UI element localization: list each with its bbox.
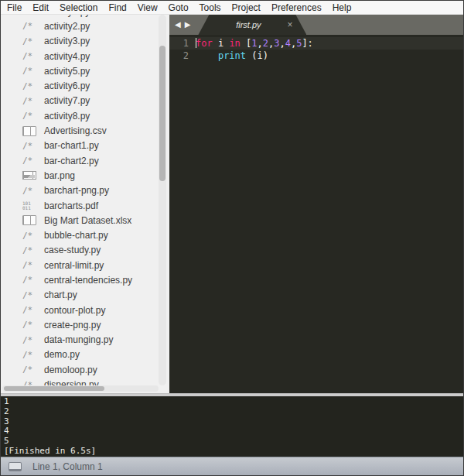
- file-row-bubble-chart-py[interactable]: /*bubble-chart.py: [22, 228, 169, 242]
- sidebar-vertical-scrollbar[interactable]: [159, 15, 166, 385]
- file-row-barchart-png-py[interactable]: /*barchart-png.py: [22, 183, 169, 198]
- menu-item-edit[interactable]: Edit: [27, 2, 54, 14]
- sidebar-vertical-scrollbar-thumb[interactable]: [159, 46, 165, 181]
- file-name-label: activity6.py: [44, 80, 90, 91]
- python-file-icon: /*: [22, 320, 36, 330]
- file-row-bar-png[interactable]: bar.png: [22, 168, 169, 183]
- file-row-barcharts-pdf[interactable]: 101 011barcharts.pdf: [22, 198, 169, 213]
- sidebar-horizontal-scrollbar-thumb[interactable]: [4, 386, 104, 391]
- line-number: 1: [169, 37, 196, 50]
- python-file-icon: /*: [22, 186, 36, 196]
- python-file-icon: /*: [22, 245, 36, 255]
- code-text: for i in [1,2,3,4,5]:: [196, 37, 313, 50]
- code-token: 2: [263, 38, 268, 49]
- code-token: (i): [246, 50, 268, 61]
- file-name-label: bubble-chart.py: [44, 230, 108, 241]
- binary-file-icon: 101 011: [22, 201, 36, 211]
- code-token: [: [241, 38, 251, 49]
- tab-first-py[interactable]: first.py ×: [198, 15, 306, 35]
- code-token: for: [196, 38, 213, 49]
- code-token: ]:: [302, 38, 312, 49]
- file-name-label: activity5.py: [44, 66, 90, 77]
- file-row-activity8-py[interactable]: /*activity8.py: [22, 108, 169, 123]
- python-file-icon: /*: [22, 275, 36, 285]
- tab-title: first.py: [236, 20, 268, 29]
- menu-item-goto[interactable]: Goto: [163, 2, 194, 14]
- editor-pane: ◀ ▶ first.py × 1for i in [1,2,3,4,5]:2 p…: [169, 15, 463, 393]
- python-file-icon: /*: [22, 51, 36, 61]
- menu-item-tools[interactable]: Tools: [194, 2, 227, 14]
- tab-nav-arrows: ◀ ▶: [169, 15, 196, 35]
- line-number: 2: [169, 50, 196, 62]
- file-name-label: case-study.py: [44, 245, 101, 255]
- code-token: i: [213, 38, 230, 49]
- menu-item-help[interactable]: Help: [327, 2, 357, 14]
- file-row-bar-chart2-py[interactable]: /*bar-chart2.py: [22, 153, 169, 168]
- file-row-advertising-csv[interactable]: Advertising.csv: [22, 123, 169, 138]
- file-row-central-tendencies-py[interactable]: /*central-tendencies.py: [22, 272, 169, 287]
- sublime-text-window: FileEditSelectionFindViewGotoToolsProjec…: [0, 0, 464, 476]
- file-row-create-png-py[interactable]: /*create-png.py: [22, 317, 169, 332]
- nav-back-icon[interactable]: ◀: [175, 21, 181, 29]
- main-area: /*activity1.py/*activity2.py/*activity3.…: [1, 15, 463, 393]
- python-file-icon: /*: [22, 260, 36, 270]
- tab-close-icon[interactable]: ×: [287, 20, 292, 29]
- file-row-demoloop-py[interactable]: /*demoloop.py: [22, 362, 169, 377]
- code-area[interactable]: 1for i in [1,2,3,4,5]:2 print (i): [169, 35, 463, 393]
- file-row-bar-chart1-py[interactable]: /*bar-chart1.py: [22, 139, 169, 153]
- document-file-icon: [22, 215, 36, 225]
- file-row-activity6-py[interactable]: /*activity6.py: [22, 78, 169, 93]
- file-name-label: activity3.py: [44, 36, 90, 46]
- file-row-activity5-py[interactable]: /*activity5.py: [22, 63, 169, 78]
- file-name-label: demoloop.py: [44, 365, 97, 375]
- file-name-label: central-tendencies.py: [44, 275, 132, 286]
- python-file-icon: /*: [22, 21, 36, 31]
- menu-bar: FileEditSelectionFindViewGotoToolsProjec…: [1, 1, 463, 15]
- python-file-icon: /*: [22, 96, 36, 106]
- python-file-icon: /*: [22, 156, 36, 166]
- menu-item-find[interactable]: Find: [103, 2, 131, 14]
- file-name-label: Advertising.csv: [44, 125, 107, 136]
- code-line[interactable]: 2 print (i): [169, 50, 463, 62]
- file-name-label: Big Mart Dataset.xlsx: [44, 215, 131, 226]
- menu-item-file[interactable]: File: [2, 2, 27, 14]
- file-row-activity4-py[interactable]: /*activity4.py: [22, 49, 169, 63]
- python-file-icon: /*: [22, 15, 36, 16]
- python-file-icon: /*: [22, 290, 36, 300]
- menu-item-view[interactable]: View: [132, 2, 163, 14]
- menu-item-project[interactable]: Project: [227, 2, 266, 14]
- python-file-icon: /*: [22, 231, 36, 241]
- python-file-icon: /*: [22, 111, 36, 121]
- nav-forward-icon[interactable]: ▶: [185, 21, 191, 29]
- file-row-contour-plot-py[interactable]: /*contour-plot.py: [22, 303, 169, 317]
- status-bar: Line 1, Column 1: [1, 457, 463, 475]
- python-file-icon: /*: [22, 81, 36, 91]
- file-row-central-limit-py[interactable]: /*central-limit.py: [22, 258, 169, 272]
- menu-item-selection[interactable]: Selection: [54, 2, 103, 14]
- file-name-label: central-limit.py: [44, 260, 104, 271]
- file-row-activity2-py[interactable]: /*activity2.py: [22, 19, 169, 33]
- file-row-chart-py[interactable]: /*chart.py: [22, 288, 169, 303]
- code-token: in: [229, 38, 240, 49]
- python-file-icon: /*: [22, 36, 36, 46]
- file-name-label: chart.py: [44, 289, 77, 300]
- file-name-label: activity4.py: [44, 51, 90, 62]
- menu-item-preferences[interactable]: Preferences: [266, 2, 327, 14]
- console-line: 4: [4, 426, 463, 437]
- file-row-case-study-py[interactable]: /*case-study.py: [22, 243, 169, 258]
- code-line[interactable]: 1for i in [1,2,3,4,5]:: [169, 37, 463, 50]
- sidebar-horizontal-scrollbar[interactable]: [2, 385, 159, 392]
- file-row-activity3-py[interactable]: /*activity3.py: [22, 34, 169, 49]
- file-list: /*activity1.py/*activity2.py/*activity3.…: [1, 15, 169, 392]
- console-line: 2: [4, 407, 463, 417]
- file-row-activity7-py[interactable]: /*activity7.py: [22, 94, 169, 108]
- file-row-data-munging-py[interactable]: /*data-munging.py: [22, 333, 169, 348]
- cursor-position-label: Line 1, Column 1: [32, 461, 103, 472]
- python-file-icon: /*: [22, 305, 36, 315]
- file-row-demo-py[interactable]: /*demo.py: [22, 348, 169, 362]
- file-name-label: bar-chart1.py: [44, 140, 99, 151]
- panel-toggle-icon[interactable]: [9, 462, 22, 471]
- code-token: [196, 50, 218, 61]
- python-file-icon: /*: [22, 335, 36, 345]
- file-row-big-mart-dataset-xlsx[interactable]: Big Mart Dataset.xlsx: [22, 213, 169, 228]
